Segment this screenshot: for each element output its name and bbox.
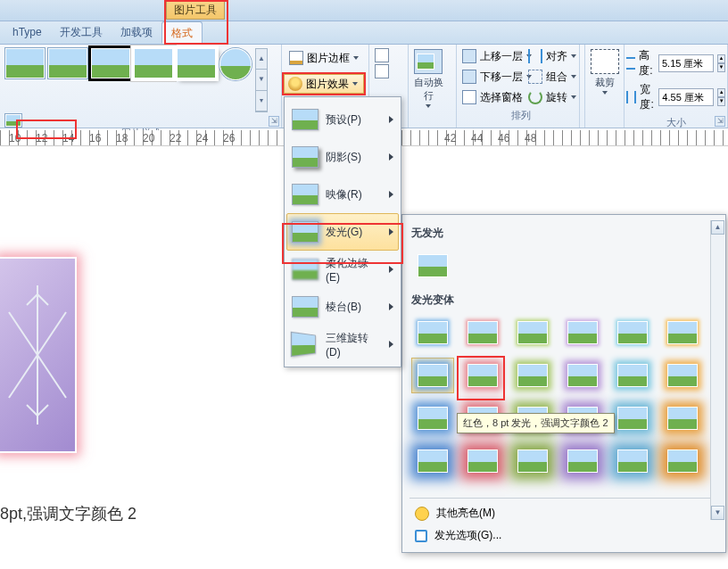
tab-dev[interactable]: 开发工具: [51, 21, 112, 44]
wrap-label: 自动换行: [410, 76, 446, 103]
preset-icon: [292, 109, 318, 130]
group-icon: [528, 70, 542, 84]
size-group-label: 大小: [625, 116, 727, 129]
tab-htype[interactable]: hType: [4, 21, 51, 44]
rotate-button[interactable]: 旋转: [525, 87, 577, 107]
crop-label: 裁剪: [595, 76, 615, 89]
glow-variant-2-0[interactable]: [411, 400, 454, 436]
styles-gallery-more[interactable]: ▲▼▾: [255, 48, 268, 112]
effects-icon: [288, 77, 302, 91]
no-glow-header: 无发光: [411, 226, 716, 241]
effects-label: 图片效果: [306, 77, 349, 92]
glow-variant-0-2[interactable]: [511, 315, 554, 350]
svg-line-4: [37, 294, 48, 305]
align-button[interactable]: 对齐: [525, 46, 577, 66]
crop-button[interactable]: 裁剪: [585, 45, 625, 95]
style-thumb-1[interactable]: [5, 48, 45, 78]
effects-dropdown-menu: 预设(P) 阴影(S) 映像(R) 发光(G) 柔化边缘(E) 棱台(B) 三维…: [284, 96, 401, 367]
glow-variant-1-4[interactable]: [611, 358, 654, 393]
glow-tooltip: 红色，8 pt 发光，强调文字颜色 2: [457, 413, 615, 433]
submenu-arrow-icon: [389, 228, 393, 235]
glow-variant-0-5[interactable]: [661, 315, 704, 350]
glow-variant-0-4[interactable]: [611, 315, 654, 350]
svg-line-3: [27, 294, 37, 305]
glow-variant-2-5[interactable]: [661, 400, 704, 436]
glow-icon: [292, 221, 318, 243]
glow-variant-0-3[interactable]: [561, 315, 604, 350]
scroll-down-button[interactable]: ▼: [711, 506, 724, 520]
glow-none[interactable]: [411, 248, 454, 284]
wrap-text-button[interactable]: 自动换行: [409, 45, 448, 108]
menu-reflection[interactable]: 映像(R): [286, 176, 399, 213]
shadow-icon: [292, 146, 318, 168]
picture-tools-title: 图片工具: [166, 0, 225, 20]
glow-variant-1-2[interactable]: [511, 358, 554, 393]
height-input[interactable]: [658, 54, 714, 72]
more-colors-item[interactable]: 其他亮色(M): [410, 502, 718, 524]
style-thumb-6[interactable]: [219, 48, 252, 80]
style-thumb-2[interactable]: [48, 48, 87, 78]
size-dialog-launcher[interactable]: ⇲: [715, 116, 725, 127]
glow-variant-0-1[interactable]: [461, 315, 504, 350]
submenu-scrollbar[interactable]: ▲ ▼: [710, 220, 724, 520]
reflect-icon: [292, 184, 318, 205]
glow-variant-3-3[interactable]: [561, 443, 604, 479]
width-spinner[interactable]: ▲▼: [717, 88, 725, 106]
width-input[interactable]: [658, 88, 714, 106]
glow-variant-3-5[interactable]: [661, 443, 704, 479]
tab-format[interactable]: 格式: [161, 21, 203, 44]
height-label: 高度:: [639, 48, 655, 78]
glow-variant-2-4[interactable]: [611, 400, 654, 436]
glow-variant-1-5[interactable]: [661, 358, 704, 393]
height-spinner[interactable]: ▲▼: [717, 54, 725, 72]
soft-icon: [292, 259, 318, 280]
bevel-icon: [292, 296, 318, 317]
menu-3d-rotation[interactable]: 三维旋转(D): [286, 326, 399, 363]
submenu-arrow-icon: [389, 266, 393, 273]
glow-variant-0-0[interactable]: [411, 315, 454, 350]
menu-bevel[interactable]: 棱台(B): [286, 288, 399, 326]
group-button[interactable]: 组合: [525, 67, 577, 87]
scroll-up-button[interactable]: ▲: [711, 220, 724, 235]
selected-image[interactable]: [0, 259, 75, 451]
bring-fwd-icon: [462, 49, 476, 63]
align-icon: [528, 49, 542, 63]
width-icon: [626, 91, 636, 103]
glow-options-label: 发光选项(G)...: [434, 528, 501, 543]
chevron-down-icon: [352, 82, 358, 86]
border-icon: [289, 51, 303, 65]
rot3d-icon: [291, 332, 316, 358]
glow-options-item[interactable]: 发光选项(G)...: [410, 524, 718, 547]
styles-dialog-launcher[interactable]: ⇲: [269, 116, 279, 127]
layout-icon[interactable]: [375, 48, 389, 62]
tab-addin[interactable]: 加载项: [112, 21, 161, 44]
face-icon: [415, 507, 429, 521]
menu-preset[interactable]: 预设(P): [286, 101, 399, 138]
menu-shadow[interactable]: 阴影(S): [286, 138, 399, 176]
glow-variant-3-0[interactable]: [411, 443, 454, 479]
glow-variant-1-3[interactable]: [561, 358, 604, 393]
glow-variant-3-1[interactable]: [461, 443, 504, 479]
rotate-icon: [528, 90, 542, 104]
style-thumb-4[interactable]: [134, 48, 173, 78]
style-thumb-3[interactable]: [91, 48, 130, 78]
chevron-down-icon: [426, 104, 431, 108]
menu-soft-edges[interactable]: 柔化边缘(E): [286, 251, 399, 288]
glow-variants-header: 发光变体: [411, 293, 716, 308]
submenu-arrow-icon: [389, 153, 393, 161]
layout-icon-2[interactable]: [375, 64, 389, 78]
submenu-arrow-icon: [389, 341, 393, 348]
menu-glow[interactable]: 发光(G): [286, 213, 399, 251]
svg-line-6: [37, 405, 48, 416]
picture-border-button[interactable]: 图片边框: [285, 48, 365, 68]
glow-variant-3-4[interactable]: [611, 443, 654, 479]
glow-variant-1-0[interactable]: [411, 358, 454, 393]
more-colors-label: 其他亮色(M): [436, 506, 495, 521]
glow-variant-1-1[interactable]: [461, 358, 504, 393]
style-thumb-5[interactable]: [177, 48, 216, 78]
chevron-down-icon: [353, 56, 359, 60]
glow-variants-grid: [410, 311, 718, 482]
glow-variant-3-2[interactable]: [511, 443, 554, 479]
picture-effects-button[interactable]: 图片效果: [284, 74, 364, 94]
style-thumb-small[interactable]: [5, 114, 21, 127]
